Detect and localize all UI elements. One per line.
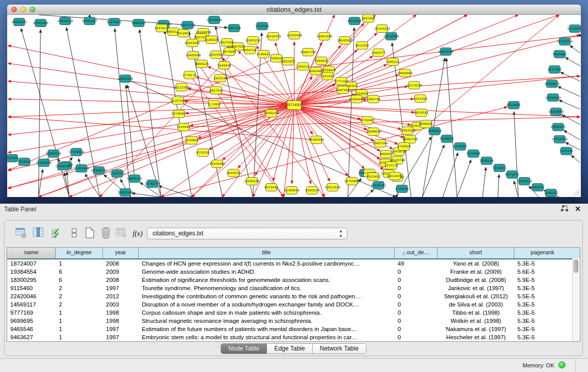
network-hub-node[interactable]: 18724007 — [286, 101, 303, 110]
table-row[interactable]: 2242004622012Investigating the contribut… — [7, 292, 580, 300]
network-node[interactable]: 12093872 — [544, 80, 560, 87]
cell-out_degree[interactable]: 0 — [395, 309, 438, 317]
column-header-title[interactable]: title — [139, 248, 395, 258]
network-node[interactable]: 17359924 — [69, 148, 84, 156]
cell-short[interactable]: Stergiakouli et al. (2012) — [438, 292, 514, 300]
cell-year[interactable]: 2009 — [103, 268, 139, 276]
table-row[interactable]: 1872400712008Changes of HCN gene express… — [7, 259, 580, 268]
network-node[interactable]: 8454749 — [243, 46, 257, 54]
column-header-out_degree[interactable]: △out_de… — [395, 248, 438, 258]
network-canvas[interactable]: 2493557220691406189558141065326715276021… — [7, 15, 581, 197]
cell-year[interactable]: 1997 — [103, 333, 139, 341]
network-node[interactable]: 12325419 — [287, 31, 302, 39]
cell-name[interactable]: 19384554 — [7, 268, 56, 276]
network-node[interactable]: 9227343 — [548, 65, 561, 73]
network-node[interactable]: 9160524 — [306, 187, 319, 194]
network-node[interactable]: 8613542 — [265, 184, 278, 191]
float-panel-icon[interactable] — [560, 205, 569, 214]
network-node[interactable]: 2803144 — [213, 74, 227, 82]
network-node[interactable]: 7515526 — [255, 22, 269, 30]
cell-name[interactable]: 18300295 — [7, 276, 56, 284]
create-column-button[interactable] — [82, 227, 97, 241]
table-row[interactable]: 946362711997Embryonic stem cells: a mode… — [7, 333, 580, 341]
cell-title[interactable]: Genome-wide association studies in ADHD. — [139, 268, 395, 276]
scrollbar-thumb[interactable] — [574, 259, 578, 273]
network-node[interactable]: 1167533 — [559, 147, 573, 155]
network-node[interactable]: 18300295 — [264, 110, 279, 117]
network-node[interactable]: 10749963 — [171, 110, 187, 118]
column-header-short[interactable]: short — [438, 248, 514, 258]
cell-out_degree[interactable]: 0 — [395, 292, 438, 300]
cell-year[interactable]: 1997 — [103, 325, 139, 333]
network-node[interactable]: 9329966 — [553, 50, 567, 58]
network-node[interactable]: 9146821 — [257, 50, 271, 58]
network-node[interactable]: 8912954 — [177, 29, 190, 37]
network-node[interactable]: 15276021 — [106, 18, 122, 26]
cell-pagerank[interactable]: 5.9E-5 — [514, 276, 571, 284]
network-node[interactable]: 7955812 — [315, 57, 329, 64]
cell-pagerank[interactable]: 5.3E-5 — [514, 317, 571, 325]
cell-title[interactable]: Investigating the contribution of common… — [139, 292, 395, 300]
cell-short[interactable]: de Silva et al. (2003) — [438, 300, 514, 309]
network-node[interactable]: 14755804 — [344, 178, 360, 185]
cell-in_degree[interactable]: 6 — [56, 268, 103, 276]
network-node[interactable]: 6822057 — [281, 57, 295, 65]
column-header-name[interactable]: name — [7, 248, 56, 258]
cell-short[interactable]: Tibbo et al. (1998) — [438, 309, 514, 317]
cell-short[interactable]: Wolkin et al. (1998) — [438, 317, 514, 325]
citation-network-graph[interactable]: 2493557220691406189558141065326715276021… — [7, 15, 581, 197]
cell-name[interactable]: 14569117 — [7, 300, 56, 309]
cell-out_degree[interactable]: 0 — [395, 276, 438, 284]
toggle-row-height-button[interactable] — [67, 227, 81, 241]
tab-network-table[interactable]: Network Table — [313, 344, 366, 354]
network-node[interactable]: 1621022 — [321, 72, 335, 80]
network-node[interactable]: 10958107 — [127, 175, 143, 183]
network-node[interactable]: 16914479 — [387, 172, 403, 180]
cell-in_degree[interactable]: 2 — [56, 292, 103, 300]
close-panel-icon[interactable]: ✕ — [575, 205, 581, 213]
cell-out_degree[interactable]: 0 — [395, 300, 438, 309]
tab-edge-table[interactable]: Edge Table — [267, 344, 313, 354]
network-node[interactable]: 8427552 — [209, 86, 223, 94]
network-node[interactable]: 2718176 — [183, 71, 197, 79]
cell-out_degree[interactable]: 0 — [395, 325, 438, 333]
network-node[interactable]: 2945012 — [531, 184, 545, 191]
cell-pagerank[interactable]: 5.3E-5 — [514, 309, 571, 317]
network-node[interactable]: 1362615 — [296, 62, 310, 70]
column-header-year[interactable]: year — [103, 248, 139, 258]
network-node[interactable]: 16107552 — [170, 97, 186, 104]
delete-column-button[interactable] — [99, 227, 113, 241]
select-all-button[interactable] — [50, 227, 64, 241]
cell-in_degree[interactable]: 2 — [56, 300, 103, 309]
cell-name[interactable]: 22420046 — [7, 292, 56, 300]
function-builder-button[interactable]: f(x) — [130, 227, 145, 241]
network-node[interactable]: 14196141 — [371, 182, 386, 189]
table-row[interactable]: 977716911998Corpus callosum shape and si… — [7, 309, 580, 317]
network-node[interactable]: 12610582 — [208, 51, 224, 58]
cell-pagerank[interactable]: 5.6E-5 — [514, 268, 571, 276]
show-columns-button[interactable] — [31, 227, 46, 241]
network-node[interactable]: 1615132 — [384, 162, 398, 169]
network-node[interactable]: 10688609 — [365, 128, 381, 136]
cell-year[interactable]: 2003 — [103, 300, 139, 309]
network-node[interactable]: 9634553 — [415, 109, 428, 117]
network-node[interactable]: 9012306 — [355, 41, 369, 49]
network-node[interactable]: 12444154 — [545, 94, 561, 101]
network-node[interactable]: 16953486 — [317, 32, 333, 40]
network-node[interactable]: 117006 — [208, 100, 220, 108]
cell-in_degree[interactable]: 6 — [56, 276, 103, 284]
cell-short[interactable]: Jankovic et al. (1997) — [438, 284, 514, 292]
cell-title[interactable]: Tourette syndrome. Phenomenology and cla… — [139, 284, 395, 292]
cell-name[interactable]: 9777169 — [7, 309, 56, 317]
network-node[interactable]: 10653267 — [82, 17, 98, 25]
cell-title[interactable]: Corpus callosum shape and size in male p… — [139, 309, 395, 317]
network-node[interactable]: 15692971 — [550, 123, 566, 131]
cell-pagerank[interactable]: 5.3E-5 — [514, 259, 571, 268]
network-node[interactable]: 16648784 — [438, 48, 454, 55]
table-selector-dropdown[interactable]: citations_edges.txt ▲▼ — [147, 228, 347, 239]
network-node[interactable]: 18955814 — [57, 17, 73, 25]
cell-name[interactable]: 9699695 — [7, 317, 56, 325]
network-node[interactable]: 11573024 — [406, 81, 422, 89]
resize-grip-icon[interactable] — [572, 188, 580, 196]
network-node[interactable]: 18640910 — [337, 36, 353, 44]
